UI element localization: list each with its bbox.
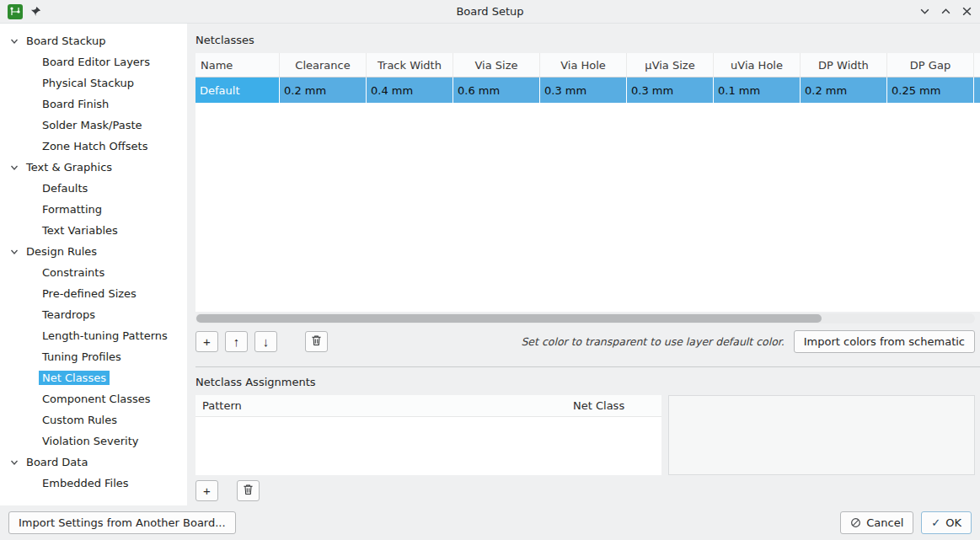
column-header-clearance[interactable]: Clearance	[280, 53, 367, 78]
netclasses-hscrollbar[interactable]	[195, 313, 975, 323]
sidebar-item-solder-mask-paste[interactable]: Solder Mask/Paste	[0, 115, 187, 136]
board-setup-dialog: Board Setup Board Stackup Board Editor L…	[0, 0, 980, 540]
assignments-area: Pattern Net Class	[195, 395, 980, 475]
sidebar-item-defaults[interactable]: Defaults	[0, 178, 187, 199]
column-header-dp-gap[interactable]: DP Gap	[887, 53, 974, 78]
sidebar-item-board-editor-layers[interactable]: Board Editor Layers	[0, 51, 187, 72]
sidebar-item-label: Physical Stackup	[39, 76, 137, 90]
assignments-title: Netclass Assignments	[195, 376, 980, 388]
sidebar-item-zone-hatch-offsets[interactable]: Zone Hatch Offsets	[0, 136, 187, 157]
titlebar: Board Setup	[0, 0, 980, 24]
netclass-cell-name[interactable]: Default	[195, 78, 280, 103]
move-up-button[interactable]: ↑	[225, 331, 248, 352]
sidebar-item-label: Teardrops	[39, 307, 99, 322]
ok-button[interactable]: ✓ OK	[921, 511, 972, 534]
add-assignment-button[interactable]: +	[195, 480, 218, 501]
netclass-cell-track-width[interactable]: 0.4 mm	[367, 78, 453, 103]
sidebar-item-label: Violation Severity	[39, 434, 142, 448]
footer-actions: Cancel ✓ OK	[840, 511, 972, 534]
arrow-up-icon: ↑	[233, 335, 240, 348]
sidebar-item-pre-defined-sizes[interactable]: Pre-defined Sizes	[0, 283, 187, 304]
import-colors-button[interactable]: Import colors from schematic	[794, 330, 975, 353]
add-netclass-button[interactable]: +	[195, 331, 218, 352]
netclass-cell-uvia-hole[interactable]: 0.1 mm	[714, 78, 801, 103]
sidebar-item-label: Text Variables	[39, 223, 121, 238]
sidebar-section-label: Text & Graphics	[26, 161, 112, 174]
sidebar-item-custom-rules[interactable]: Custom Rules	[0, 409, 187, 430]
sidebar-item-constraints[interactable]: Constraints	[0, 262, 187, 283]
sidebar-item-label: Board Finish	[39, 97, 112, 111]
column-header-via-size[interactable]: Via Size	[453, 53, 540, 78]
window-title: Board Setup	[0, 5, 980, 18]
sidebar-item-physical-stackup[interactable]: Physical Stackup	[0, 72, 187, 94]
netclass-cell-dp-width[interactable]: 0.2 mm	[801, 78, 887, 103]
sidebar-item-label: Embedded Files	[39, 476, 132, 490]
column-header-name[interactable]: Name	[195, 53, 280, 78]
plus-icon: +	[203, 335, 211, 348]
sidebar-item-label: Length-tuning Patterns	[39, 329, 171, 343]
chevron-down-icon[interactable]	[8, 246, 20, 258]
netclass-cell-uvia-size[interactable]: 0.3 mm	[627, 78, 714, 103]
sidebar-item-teardrops[interactable]: Teardrops	[0, 304, 187, 325]
plus-icon: +	[203, 484, 211, 497]
move-down-button[interactable]: ↓	[254, 331, 277, 352]
maximize-icon[interactable]	[940, 6, 951, 17]
netclasses-page: Netclasses Name Clearance Track Width Vi…	[187, 24, 980, 505]
nav-tree: Board Stackup Board Editor Layers Physic…	[0, 24, 187, 505]
sidebar-section-label: Board Stackup	[26, 35, 105, 47]
delete-netclass-button[interactable]	[305, 331, 328, 352]
sidebar-item-tuning-profiles[interactable]: Tuning Profiles	[0, 346, 187, 367]
assignments-table-header: Pattern Net Class	[195, 395, 661, 417]
sidebar-item-board-finish[interactable]: Board Finish	[0, 94, 187, 115]
dialog-body: Board Stackup Board Editor Layers Physic…	[0, 24, 980, 505]
close-icon[interactable]	[961, 6, 972, 17]
netclasses-table: Name Clearance Track Width Via Size Via …	[195, 53, 980, 312]
pin-icon[interactable]	[30, 6, 41, 17]
netclass-cell-dp-gap[interactable]: 0.25 mm	[887, 78, 974, 103]
column-header-net-class[interactable]: Net Class	[573, 399, 624, 412]
column-header-uvia-hole[interactable]: uVia Hole	[714, 53, 801, 78]
delete-assignment-button[interactable]	[237, 480, 260, 501]
sidebar-item-text-variables[interactable]: Text Variables	[0, 220, 187, 241]
column-header-uvia-size[interactable]: μVia Size	[627, 53, 714, 78]
column-header-dp-width[interactable]: DP Width	[801, 53, 887, 78]
sidebar-item-component-classes[interactable]: Component Classes	[0, 388, 187, 409]
sidebar-item-label: Tuning Profiles	[39, 350, 125, 364]
import-settings-button[interactable]: Import Settings from Another Board...	[8, 511, 236, 534]
netclass-cell-via-size[interactable]: 0.6 mm	[453, 78, 540, 103]
sidebar-item-label: Zone Hatch Offsets	[39, 139, 151, 153]
sidebar-item-label: Component Classes	[39, 392, 154, 406]
column-header-track-width[interactable]: Track Width	[367, 53, 453, 78]
sidebar-section-board-data[interactable]: Board Data	[0, 452, 187, 473]
hscrollbar-thumb[interactable]	[196, 314, 822, 323]
sidebar-item-net-classes[interactable]: Net Classes	[0, 367, 187, 388]
sidebar-section-board-stackup[interactable]: Board Stackup	[0, 30, 187, 51]
cancel-button[interactable]: Cancel	[840, 511, 913, 534]
column-header-via-hole[interactable]: Via Hole	[540, 53, 627, 78]
netclass-cell-clearance[interactable]: 0.2 mm	[280, 78, 367, 103]
cancel-icon	[850, 517, 861, 528]
netclass-cell-via-hole[interactable]: 0.3 mm	[540, 78, 627, 103]
netclasses-title: Netclasses	[195, 34, 980, 46]
chevron-down-icon[interactable]	[8, 35, 20, 47]
dialog-footer: Import Settings from Another Board... Ca…	[0, 505, 980, 540]
assignments-empty-body[interactable]	[195, 417, 661, 475]
sidebar-section-text-graphics[interactable]: Text & Graphics	[0, 157, 187, 178]
sidebar-item-label: Net Classes	[39, 371, 110, 385]
check-icon: ✓	[931, 516, 940, 529]
sidebar-section-design-rules[interactable]: Design Rules	[0, 241, 187, 262]
chevron-down-icon[interactable]	[8, 457, 20, 468]
chevron-down-icon[interactable]	[8, 162, 20, 174]
assignment-detail-panel	[668, 395, 975, 475]
column-header-pattern[interactable]: Pattern	[195, 399, 573, 412]
sidebar-item-label: Defaults	[39, 181, 91, 195]
sidebar-item-length-tuning-patterns[interactable]: Length-tuning Patterns	[0, 325, 187, 346]
kicad-logo-icon	[8, 4, 23, 19]
cancel-label: Cancel	[866, 516, 903, 529]
sidebar-item-formatting[interactable]: Formatting	[0, 199, 187, 220]
section-divider	[195, 366, 980, 367]
minimize-icon[interactable]	[919, 6, 930, 17]
assignments-toolbar: +	[195, 480, 980, 501]
sidebar-item-violation-severity[interactable]: Violation Severity	[0, 430, 187, 452]
sidebar-item-embedded-files[interactable]: Embedded Files	[0, 473, 187, 494]
